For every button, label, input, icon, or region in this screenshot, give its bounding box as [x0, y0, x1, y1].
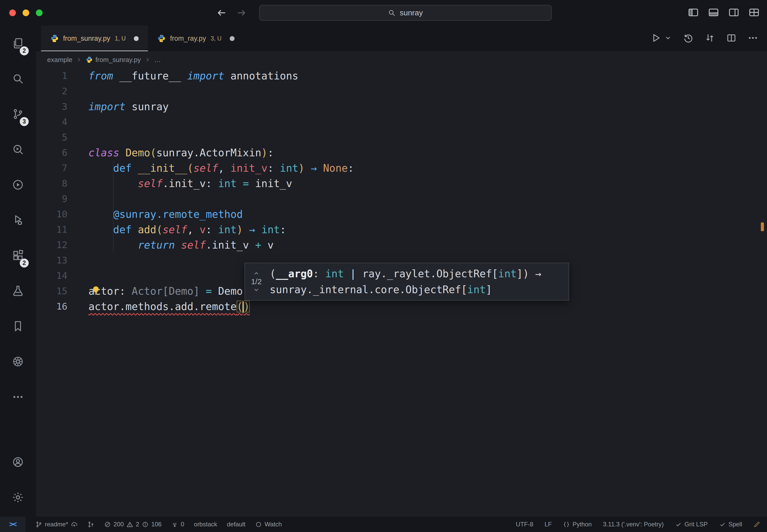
activity-item-run-and-debug[interactable]	[0, 202, 36, 238]
customize-layout-button[interactable]	[748, 7, 760, 19]
activity-item-kubernetes[interactable]	[0, 344, 36, 379]
split-editor-button[interactable]	[726, 33, 737, 44]
line-number: 14	[36, 268, 88, 283]
status-ports[interactable]: 0	[171, 521, 184, 528]
bookmark-icon	[12, 320, 24, 332]
activity-item-explorer[interactable]: 2	[0, 26, 36, 61]
status-encoding[interactable]: UTF-8	[516, 521, 533, 528]
chevron-up-icon[interactable]	[253, 270, 260, 277]
run-python-file-button[interactable]	[651, 33, 661, 44]
activity-item-code-inspect[interactable]	[0, 132, 36, 167]
code-token: __arg0	[276, 268, 313, 280]
code-token: )	[261, 147, 267, 159]
code-line[interactable]: 1from __future__ import annotations	[36, 68, 767, 84]
close-window-button[interactable]	[9, 9, 16, 16]
status-orbstack[interactable]: orbstack	[194, 521, 217, 528]
zoom-window-button[interactable]	[36, 9, 43, 16]
chevron-down-icon[interactable]	[253, 287, 260, 293]
tab-from_ray.py[interactable]: from_ray.py3, U	[148, 26, 244, 51]
activity-item-bookmarks[interactable]	[0, 309, 36, 344]
code-token	[317, 162, 323, 174]
chevron-down-icon	[665, 34, 672, 42]
tab-decoration: 1, U	[115, 35, 126, 42]
status-remote-indicator[interactable]: ><	[0, 517, 26, 532]
status-edit-indicator[interactable]	[753, 521, 760, 528]
status-git-fetch[interactable]	[87, 521, 94, 528]
code-line[interactable]: 3import sunray	[36, 99, 767, 114]
status-grit-lsp[interactable]: Grit LSP	[675, 521, 708, 528]
tab-from_sunray.py[interactable]: from_sunray.py1, U	[41, 26, 148, 51]
breadcrumb-item[interactable]: from_sunray.py	[86, 56, 141, 64]
status-python-interpreter[interactable]: 3.11.3 ('.venv': Poetry)	[603, 521, 664, 528]
line-number: 8	[36, 176, 88, 191]
code-token: (	[187, 162, 193, 174]
lightbulb-icon[interactable]	[90, 285, 101, 296]
status-watch-task[interactable]: Watch	[255, 521, 282, 528]
code-line[interactable]: 10 @sunray.remote_method	[36, 207, 767, 222]
status-text: Watch	[264, 521, 282, 528]
code-line[interactable]: 9	[36, 191, 767, 207]
line-number: 9	[36, 191, 88, 207]
activity-item-testing[interactable]	[0, 273, 36, 309]
breadcrumb-item[interactable]: …	[154, 56, 161, 64]
code-line[interactable]: 12 return self.init_v + v	[36, 237, 767, 253]
code-token: import	[88, 101, 126, 112]
warning-icon	[126, 521, 133, 528]
status-eol[interactable]: LF	[545, 521, 552, 528]
code-token: sunray	[126, 101, 169, 112]
overview-ruler-marker	[761, 222, 764, 231]
code-line[interactable]: 7 def __init__(self, init_v: int) → None…	[36, 160, 767, 176]
code-editor[interactable]: 1from __future__ import annotations23imp…	[36, 68, 767, 517]
activity-item-extensions[interactable]: 2	[0, 238, 36, 273]
code-line[interactable]: 2	[36, 84, 767, 99]
activity-item-settings[interactable]	[0, 480, 36, 515]
code-line[interactable]: 8 self.init_v: int = init_v	[36, 176, 767, 191]
code-line[interactable]: 16actor.methods.add.remote()	[36, 299, 767, 314]
code-text: from __future__ import annotations	[88, 68, 298, 84]
forward-arrow-icon[interactable]	[236, 8, 246, 18]
status-docker-context[interactable]: default	[227, 521, 245, 528]
status-problems[interactable]: 2002106	[104, 521, 161, 528]
line-number: 11	[36, 222, 88, 237]
circle-icon	[255, 521, 262, 528]
activity-item-source-control[interactable]: 3	[0, 96, 36, 132]
info-icon	[142, 521, 149, 528]
activity-item-more-views[interactable]	[0, 379, 36, 415]
code-text: actor: Actor[Demo] = Demo	[88, 283, 243, 299]
play-icon	[651, 33, 661, 43]
code-token	[175, 239, 181, 251]
code-token: )	[243, 301, 250, 312]
status-spell-checker[interactable]: Spell	[719, 521, 742, 528]
timeline-history-button[interactable]	[683, 33, 694, 44]
code-text: class Demo(sunray.ActorMixin):	[88, 145, 274, 160]
code-text: def add(self, v: int) → int:	[88, 222, 286, 237]
status-language-mode[interactable]: Python	[563, 521, 592, 528]
activity-item-remote-explorer[interactable]	[0, 167, 36, 202]
code-line[interactable]: 6class Demo(sunray.ActorMixin):	[36, 145, 767, 160]
account-icon	[12, 456, 24, 468]
minimize-window-button[interactable]	[23, 9, 29, 16]
code-token: self	[138, 178, 162, 189]
tab-bar: from_sunray.py1, Ufrom_ray.py3, U	[36, 26, 767, 51]
code-line[interactable]: 11 def add(self, v: int) → int:	[36, 222, 767, 237]
code-token: :	[267, 147, 273, 159]
code-token: Demo	[126, 147, 150, 159]
activity-item-accounts[interactable]	[0, 444, 36, 480]
toggle-secondary-sidebar-button[interactable]	[728, 7, 740, 19]
toggle-primary-sidebar-button[interactable]	[688, 7, 699, 19]
breadcrumb-item[interactable]: example	[47, 56, 72, 64]
more-actions-button[interactable]	[748, 33, 758, 44]
code-token	[255, 224, 261, 236]
tab-label: from_sunray.py	[63, 35, 110, 43]
status-branch-status[interactable]: readme*	[35, 521, 78, 528]
code-line[interactable]: 4	[36, 114, 767, 130]
command-center[interactable]: sunray	[259, 5, 552, 21]
toggle-panel-button[interactable]	[708, 7, 719, 19]
breadcrumb: examplefrom_sunray.py…	[36, 51, 767, 68]
code-line[interactable]: 5	[36, 130, 767, 145]
code-token: class	[88, 147, 119, 159]
activity-item-search[interactable]	[0, 61, 36, 96]
open-changes-button[interactable]	[704, 33, 715, 44]
back-arrow-icon[interactable]	[217, 8, 227, 18]
layout-right-icon	[728, 7, 740, 18]
